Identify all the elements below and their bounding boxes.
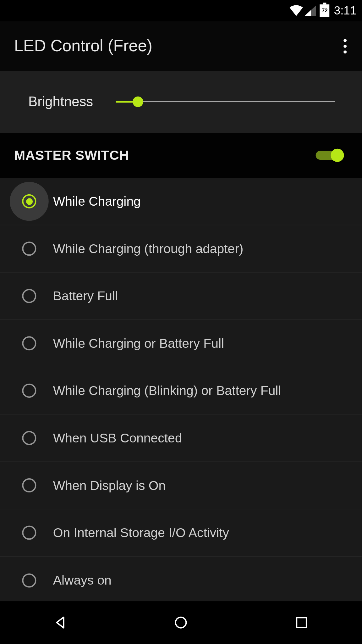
options-list: While ChargingWhile Charging (through ad… <box>0 178 362 604</box>
option-label: While Charging (Blinking) or Battery Ful… <box>53 383 281 398</box>
radio-icon <box>22 289 36 303</box>
radio-icon <box>22 431 36 445</box>
brightness-slider[interactable] <box>116 97 335 107</box>
radio-icon <box>22 478 36 492</box>
app-bar: LED Control (Free) <box>0 21 362 71</box>
option-label: While Charging or Battery Full <box>53 336 224 351</box>
option-label: When Display is On <box>53 478 166 492</box>
nav-bar <box>0 601 362 644</box>
radio-icon <box>22 384 36 398</box>
recent-apps-button[interactable] <box>291 612 312 633</box>
option-row[interactable]: While Charging <box>0 178 362 225</box>
master-switch-label: MASTER SWITCH <box>14 148 129 163</box>
battery-percent: 72 <box>322 8 328 14</box>
option-label: Always on <box>53 573 112 587</box>
wifi-icon <box>290 5 303 16</box>
radio-dot-icon <box>26 198 32 205</box>
status-bar: 72 3:11 <box>0 0 362 21</box>
option-label: When USB Connected <box>53 431 182 445</box>
option-row[interactable]: Battery Full <box>0 273 362 320</box>
option-row[interactable]: When USB Connected <box>0 414 362 462</box>
switch-thumb-icon <box>331 149 344 162</box>
overflow-menu-button[interactable] <box>341 33 349 58</box>
option-label: While Charging (through adapter) <box>53 242 244 256</box>
slider-track <box>116 101 335 102</box>
option-row[interactable]: While Charging (through adapter) <box>0 225 362 273</box>
clock: 3:11 <box>334 4 356 18</box>
battery-icon: 72 <box>320 4 330 17</box>
option-label: On Internal Storage I/O Activity <box>53 525 229 540</box>
radio-icon <box>22 242 36 256</box>
radio-icon <box>22 194 36 208</box>
home-button[interactable] <box>170 612 192 633</box>
svg-rect-1 <box>297 618 306 627</box>
radio-icon <box>22 336 36 350</box>
brightness-label: Brightness <box>28 94 93 110</box>
radio-icon <box>22 573 36 587</box>
option-label: While Charging <box>53 194 141 208</box>
cell-signal-icon <box>305 5 316 16</box>
radio-icon <box>22 526 36 540</box>
back-button[interactable] <box>50 612 71 633</box>
option-row[interactable]: Always on <box>0 557 362 604</box>
brightness-panel: Brightness <box>0 71 362 133</box>
option-label: Battery Full <box>53 289 118 303</box>
slider-thumb-icon[interactable] <box>133 97 143 107</box>
option-row[interactable]: While Charging or Battery Full <box>0 320 362 367</box>
svg-point-0 <box>176 617 186 628</box>
master-switch-toggle[interactable] <box>316 149 344 162</box>
option-row[interactable]: While Charging (Blinking) or Battery Ful… <box>0 367 362 415</box>
option-row[interactable]: On Internal Storage I/O Activity <box>0 509 362 557</box>
option-row[interactable]: When Display is On <box>0 462 362 509</box>
master-switch-row: MASTER SWITCH <box>0 133 362 178</box>
page-title: LED Control (Free) <box>14 37 152 55</box>
